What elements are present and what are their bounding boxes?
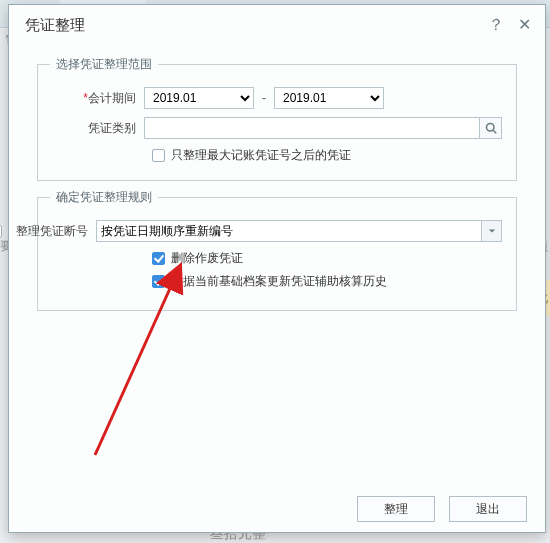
- fieldset-range: 选择凭证整理范围 *会计期间 2019.01 - 2019.01 凭证类别 只整…: [37, 64, 517, 181]
- exit-button[interactable]: 退出: [449, 496, 527, 522]
- legend-range: 选择凭证整理范围: [50, 56, 158, 73]
- period-from-select[interactable]: 2019.01: [144, 87, 254, 109]
- close-icon[interactable]: ✕: [518, 15, 531, 36]
- svg-point-0: [486, 124, 494, 132]
- delete-void-checkbox[interactable]: [152, 252, 165, 265]
- only-after-max-label: 只整理最大记账凭证号之后的凭证: [171, 147, 351, 164]
- label-renumber: 整理凭证断号: [10, 223, 96, 240]
- update-aux-history-checkbox[interactable]: [152, 275, 165, 288]
- label-type: 凭证类别: [52, 120, 144, 137]
- help-icon[interactable]: ？: [488, 15, 504, 36]
- only-after-max-checkbox[interactable]: [152, 149, 165, 162]
- fieldset-rules: 确定凭证整理规则 整理凭证断号 删除作废凭证 根据当前基础档案更新凭证辅助核算历…: [37, 197, 517, 311]
- renumber-rule-combo[interactable]: [96, 220, 482, 242]
- period-to-select[interactable]: 2019.01: [274, 87, 384, 109]
- voucher-organize-dialog: 凭证整理 ？ ✕ 选择凭证整理范围 *会计期间 2019.01 - 2019.0…: [8, 4, 546, 533]
- chevron-down-icon[interactable]: [482, 220, 502, 242]
- legend-rules: 确定凭证整理规则: [50, 189, 158, 206]
- dash: -: [262, 91, 266, 105]
- search-icon[interactable]: [480, 117, 502, 139]
- label-period: *会计期间: [52, 90, 144, 107]
- dialog-title: 凭证整理: [25, 16, 85, 35]
- update-aux-history-label: 根据当前基础档案更新凭证辅助核算历史: [171, 273, 387, 290]
- delete-void-label: 删除作废凭证: [171, 250, 243, 267]
- renumber-checkbox[interactable]: [0, 225, 2, 238]
- organize-button[interactable]: 整理: [357, 496, 435, 522]
- voucher-type-input[interactable]: [144, 117, 480, 139]
- svg-line-1: [493, 130, 496, 133]
